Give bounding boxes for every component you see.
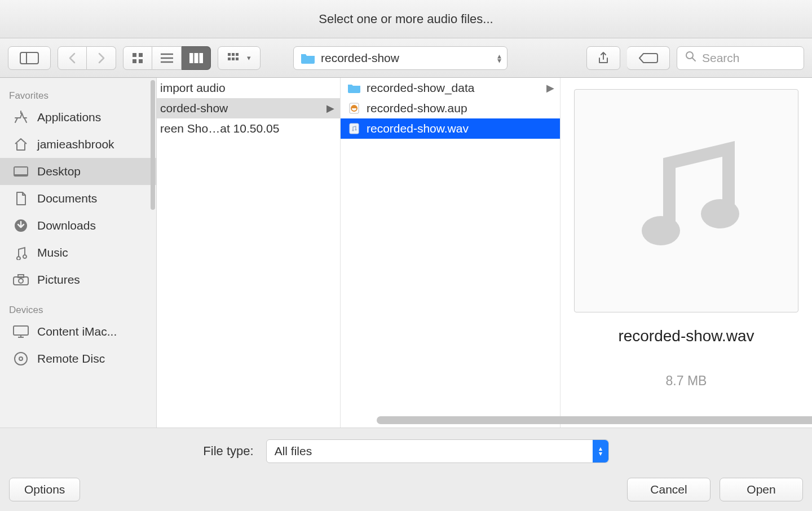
svg-rect-0 (20, 52, 38, 64)
sidebar: Favorites Applications jamieashbrook Des… (0, 78, 157, 428)
svg-rect-10 (195, 53, 198, 63)
list-item[interactable]: recorded-show_data ▶ (341, 78, 560, 98)
sidebar-scrollbar[interactable] (151, 80, 155, 210)
chevron-down-icon: ▾ (247, 54, 251, 62)
file-item-label: corded-show (160, 102, 228, 115)
svg-rect-13 (232, 53, 235, 56)
svg-rect-5 (139, 59, 143, 63)
svg-rect-33 (350, 124, 359, 134)
file-item-label: recorded-show_data (367, 81, 474, 95)
display-icon (12, 324, 29, 339)
stepper-icon: ▴▾ (497, 54, 501, 63)
svg-rect-24 (18, 275, 24, 277)
svg-rect-26 (14, 326, 28, 335)
sidebar-item-imac[interactable]: Content iMac... (0, 318, 156, 345)
cancel-button[interactable]: Cancel (627, 478, 710, 501)
list-item[interactable]: recorded-show.wav (341, 118, 560, 139)
list-item[interactable]: import audio (157, 78, 340, 98)
music-icon (12, 245, 29, 260)
svg-rect-15 (228, 58, 231, 60)
list-item[interactable]: recorded-show.aup (341, 98, 560, 118)
share-button[interactable] (586, 46, 620, 70)
icon-view-button[interactable] (123, 46, 152, 70)
search-input[interactable]: Search (677, 46, 804, 70)
preview-pane: recorded-show.wav 8.7 MB (561, 78, 812, 428)
file-item-label: recorded-show.wav (367, 122, 469, 135)
applications-icon (12, 110, 29, 125)
svg-rect-12 (228, 53, 231, 56)
wav-file-icon (347, 123, 361, 134)
list-item[interactable]: reen Sho…at 10.50.05 (157, 118, 340, 139)
sidebar-item-label: Remote Disc (37, 352, 105, 365)
list-icon (161, 53, 173, 63)
sidebar-item-downloads[interactable]: Downloads (0, 212, 156, 239)
sidebar-item-desktop[interactable]: Desktop (0, 158, 156, 185)
toolbar: ▾ recorded-show ▴▾ (0, 38, 812, 78)
button-label: Cancel (650, 483, 687, 496)
view-mode-group (123, 46, 211, 70)
sidebar-item-label: Desktop (37, 165, 81, 178)
grid-icon (132, 52, 143, 64)
path-dropdown[interactable]: recorded-show ▴▾ (293, 46, 508, 70)
tags-button[interactable] (627, 46, 670, 70)
svg-rect-16 (232, 58, 235, 60)
preview-filename: recorded-show.wav (618, 327, 754, 345)
document-icon (12, 191, 29, 206)
list-view-button[interactable] (152, 46, 182, 70)
group-by-button[interactable]: ▾ (218, 46, 261, 70)
svg-rect-17 (236, 58, 239, 60)
desktop-icon (12, 164, 29, 179)
sidebar-item-applications[interactable]: Applications (0, 104, 156, 131)
download-icon (12, 218, 29, 233)
column-view-button[interactable] (182, 46, 211, 70)
home-icon (12, 137, 29, 152)
folder-icon (301, 52, 315, 64)
sidebar-item-label: jamieashbrook (37, 138, 114, 151)
camera-icon (12, 272, 29, 287)
columns-icon (189, 53, 203, 63)
group-icon (228, 53, 244, 63)
stepper-icon: ▴▾ (593, 440, 608, 462)
sidebar-item-documents[interactable]: Documents (0, 185, 156, 212)
horizontal-scrollbar[interactable] (377, 416, 804, 424)
list-item[interactable]: corded-show ▶ (157, 98, 340, 118)
dialog-titlebar: Select one or more audio files... (0, 0, 812, 38)
tag-icon (639, 52, 658, 64)
file-item-label: recorded-show.aup (367, 102, 467, 115)
column-browser: import audio corded-show ▶ reen Sho…at 1… (157, 78, 812, 428)
sidebar-section-favorites: Favorites (0, 86, 156, 104)
disc-icon (12, 351, 29, 366)
button-label: Open (747, 483, 775, 496)
svg-rect-4 (133, 59, 136, 63)
forward-button[interactable] (87, 46, 116, 70)
preview-filesize: 8.7 MB (666, 373, 707, 389)
file-item-label: import audio (160, 81, 226, 95)
svg-point-36 (642, 216, 680, 245)
svg-line-19 (692, 58, 695, 61)
open-button[interactable]: Open (720, 478, 803, 501)
sidebar-item-label: Content iMac... (37, 325, 117, 338)
svg-point-29 (15, 353, 27, 365)
column-resize-handle[interactable]: ‖ (557, 399, 561, 416)
svg-rect-11 (200, 53, 203, 63)
preview-thumbnail (574, 89, 798, 312)
sidebar-item-label: Documents (37, 192, 97, 205)
svg-point-34 (352, 129, 354, 131)
chevron-right-icon: ▶ (326, 102, 334, 114)
sidebar-item-label: Downloads (37, 219, 96, 232)
button-bar: Options Cancel Open (0, 474, 812, 511)
svg-point-25 (19, 279, 23, 283)
options-button[interactable]: Options (9, 478, 80, 501)
svg-rect-14 (236, 53, 239, 56)
sidebar-toggle-button[interactable] (8, 46, 51, 70)
file-type-select[interactable]: All files ▴▾ (266, 439, 609, 463)
sidebar-item-pictures[interactable]: Pictures (0, 266, 156, 293)
sidebar-item-remote-disc[interactable]: Remote Disc (0, 345, 156, 372)
sidebar-item-music[interactable]: Music (0, 239, 156, 266)
search-icon (685, 51, 696, 65)
main-area: Favorites Applications jamieashbrook Des… (0, 78, 812, 428)
back-button[interactable] (58, 46, 87, 70)
column-resize-handle[interactable]: ‖ (337, 399, 341, 416)
sidebar-item-home[interactable]: jamieashbrook (0, 131, 156, 158)
svg-rect-9 (189, 53, 193, 63)
